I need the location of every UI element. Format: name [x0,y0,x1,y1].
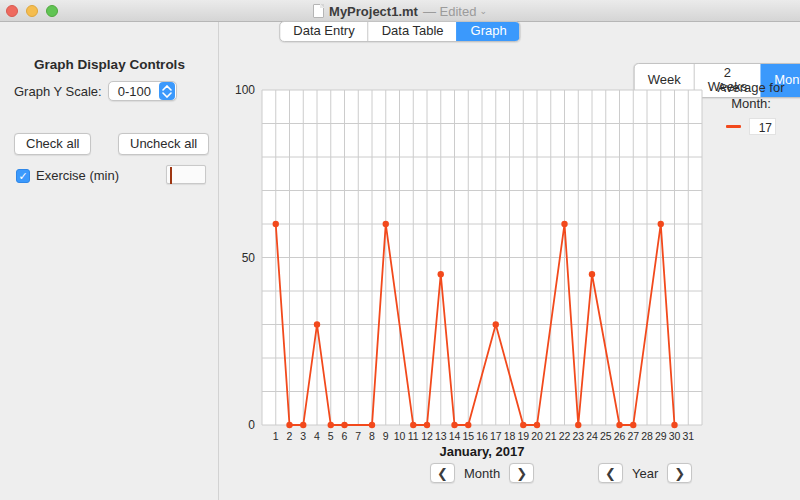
title-chevron-down-icon[interactable]: ⌄ [479,6,487,16]
svg-text:14: 14 [449,430,461,442]
svg-text:2: 2 [287,430,293,442]
titlebar: MyProject1.mt — Edited ⌄ [0,0,800,22]
average-panel: Average for Month: 17 [706,80,796,135]
graph-controls-sidebar: Graph Display Controls Graph Y Scale: 0-… [0,22,219,500]
svg-text:16: 16 [476,430,488,442]
svg-text:18: 18 [504,430,516,442]
svg-text:7: 7 [355,430,361,442]
svg-text:24: 24 [586,430,598,442]
y-scale-label: Graph Y Scale: [14,84,102,99]
svg-text:26: 26 [614,430,626,442]
series-label: Exercise (min) [36,168,119,183]
series-color-fill [170,167,172,184]
svg-text:29: 29 [655,430,667,442]
svg-text:17: 17 [490,430,502,442]
check-all-button[interactable]: Check all [14,133,91,155]
svg-text:19: 19 [517,430,529,442]
series-row: ✓ Exercise (min) [16,168,206,183]
svg-text:20: 20 [531,430,543,442]
edited-label: — Edited [423,4,476,19]
popup-stepper-icon [159,82,175,100]
svg-text:50: 50 [242,251,256,265]
sidebar-heading: Graph Display Controls [0,57,219,72]
svg-text:15: 15 [462,430,474,442]
window-title: MyProject1.mt [329,4,418,19]
svg-text:21: 21 [545,430,557,442]
average-value: 17 [749,118,776,135]
svg-text:5: 5 [328,430,334,442]
uncheck-all-button[interactable]: Uncheck all [118,133,209,155]
y-scale-value: 0-100 [118,84,151,99]
series-checkbox[interactable]: ✓ [16,169,30,183]
svg-text:25: 25 [600,430,612,442]
app-window: MyProject1.mt — Edited ⌄ Data Entry Data… [0,0,800,500]
svg-text:31: 31 [682,430,694,442]
svg-text:28: 28 [641,430,653,442]
prev-year-button[interactable]: ❮ [598,463,623,483]
series-line-icon [726,125,741,128]
svg-text:January, 2017: January, 2017 [439,444,524,459]
month-nav: ❮ Month ❯ [430,463,534,483]
svg-text:12: 12 [421,430,433,442]
year-nav-label: Year [632,466,658,481]
svg-text:8: 8 [369,430,375,442]
title-area: MyProject1.mt — Edited ⌄ [0,0,800,22]
svg-text:13: 13 [435,430,447,442]
svg-text:30: 30 [669,430,681,442]
chart-region: Week 2 Weeks Month 050100123456789101112… [220,22,800,500]
svg-text:3: 3 [300,430,306,442]
svg-text:6: 6 [342,430,348,442]
svg-text:4: 4 [314,430,320,442]
series-color-swatch[interactable] [166,165,206,184]
svg-text:0: 0 [248,418,255,432]
month-nav-label: Month [464,466,500,481]
next-month-button[interactable]: ❯ [509,463,534,483]
svg-text:1: 1 [273,430,279,442]
next-year-button[interactable]: ❯ [667,463,692,483]
document-icon [313,4,324,18]
svg-text:10: 10 [394,430,406,442]
svg-text:11: 11 [408,430,419,442]
prev-month-button[interactable]: ❮ [430,463,455,483]
y-scale-popup[interactable]: 0-100 [108,81,177,101]
svg-text:23: 23 [572,430,584,442]
svg-text:9: 9 [383,430,389,442]
year-nav: ❮ Year ❯ [598,463,692,483]
average-label: Average for Month: [706,80,796,112]
svg-text:100: 100 [235,83,255,97]
svg-text:27: 27 [627,430,639,442]
svg-text:22: 22 [559,430,571,442]
